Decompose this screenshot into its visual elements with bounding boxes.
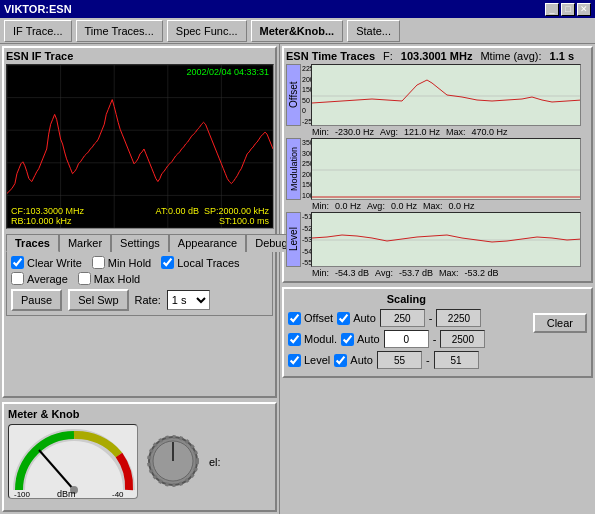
freq-label: F:	[383, 50, 393, 62]
meter-knob-button[interactable]: Meter&Knob...	[251, 20, 344, 42]
trace-svg	[7, 65, 273, 228]
scaling-level-auto-input[interactable]	[334, 354, 347, 367]
el-label: el:	[209, 456, 221, 468]
scaling-level-input[interactable]	[288, 354, 301, 367]
app-title: VIKTOR:ESN	[4, 3, 72, 15]
level-avg-label: Avg:	[375, 268, 393, 278]
knob-svg	[146, 434, 201, 489]
level-avg-value: -53.7 dB	[399, 268, 433, 278]
tab-content-traces: Clear Write Min Hold Local Traces Averag…	[6, 251, 273, 316]
max-hold-checkbox[interactable]: Max Hold	[78, 272, 140, 285]
sel-swp-button[interactable]: Sel Swp	[68, 289, 128, 311]
left-panel: ESN IF Trace 2002/02/04 04:33:31 CF:103.…	[0, 44, 280, 514]
minimize-button[interactable]: _	[545, 3, 559, 16]
trace-canvas: 2002/02/04 04:33:31 CF:103.3000 MHz RB:1…	[6, 64, 274, 229]
if-trace-section: ESN IF Trace 2002/02/04 04:33:31 CF:103.…	[2, 46, 277, 398]
scaling-offset-val1[interactable]	[380, 309, 425, 327]
clear-button[interactable]: Clear	[533, 313, 587, 333]
knob-container[interactable]	[146, 434, 201, 489]
scaling-level-val2[interactable]	[434, 351, 479, 369]
modulation-max-label: Max:	[423, 201, 443, 211]
scaling-modul-input[interactable]	[288, 333, 301, 346]
svg-text:-100: -100	[14, 490, 31, 499]
checkbox-row-2: Average Max Hold	[11, 272, 268, 285]
offset-label: Offset	[286, 64, 301, 126]
close-button[interactable]: ✕	[577, 3, 591, 16]
level-label: Level	[286, 212, 301, 267]
scaling-offset-input[interactable]	[288, 312, 301, 325]
scaling-level-checkbox[interactable]: Level	[288, 354, 330, 367]
if-trace-title: ESN IF Trace	[6, 50, 273, 62]
meter-gauge: -100 -40 dBm	[8, 424, 138, 499]
modulation-chart-wrapper: Modulation 350300250200150100	[286, 138, 589, 200]
rate-select[interactable]: 1 s 2 s 5 s 10 s	[167, 290, 210, 310]
svg-text:dBm: dBm	[57, 489, 76, 499]
average-input[interactable]	[11, 272, 24, 285]
offset-max-value: 470.0 Hz	[471, 127, 507, 137]
scaling-offset-auto-input[interactable]	[337, 312, 350, 325]
local-traces-checkbox[interactable]: Local Traces	[161, 256, 239, 269]
spec-func-button[interactable]: Spec Func...	[167, 20, 247, 42]
controls-row: Pause Sel Swp Rate: 1 s 2 s 5 s 10 s	[11, 289, 268, 311]
modulation-min-value: 0.0 Hz	[335, 201, 361, 211]
tab-settings[interactable]: Settings	[111, 234, 169, 252]
min-hold-checkbox[interactable]: Min Hold	[92, 256, 151, 269]
scaling-modul-val2[interactable]	[440, 330, 485, 348]
scaling-offset-checkbox[interactable]: Offset	[288, 312, 333, 325]
tab-traces[interactable]: Traces	[6, 234, 59, 252]
el-label-area: el:	[209, 456, 221, 468]
scaling-row-modul: Modul. Auto -	[288, 330, 525, 348]
time-traces-title: ESN Time Traces	[286, 50, 375, 62]
right-panel: ESN Time Traces F: 103.3001 MHz Mtime (a…	[280, 44, 595, 514]
max-hold-input[interactable]	[78, 272, 91, 285]
freq-value: 103.3001 MHz	[401, 50, 473, 62]
average-checkbox[interactable]: Average	[11, 272, 68, 285]
modulation-min-label: Min:	[312, 201, 329, 211]
level-chart-wrapper: Level -51-52-53-54-55	[286, 212, 589, 267]
if-trace-button[interactable]: IF Trace...	[4, 20, 72, 42]
gauge-svg: -100 -40 dBm	[9, 425, 138, 499]
modulation-avg-label: Avg:	[367, 201, 385, 211]
modulation-chart	[311, 138, 581, 200]
trace-timestamp: 2002/02/04 04:33:31	[186, 67, 269, 77]
clear-write-checkbox[interactable]: Clear Write	[11, 256, 82, 269]
scaling-level-val1[interactable]	[377, 351, 422, 369]
time-traces-section: ESN Time Traces F: 103.3001 MHz Mtime (a…	[282, 46, 593, 283]
clear-write-input[interactable]	[11, 256, 24, 269]
meter-knob-title: Meter & Knob	[8, 408, 271, 420]
meter-content: -100 -40 dBm	[8, 424, 271, 499]
mtime-label: Mtime (avg):	[480, 50, 541, 62]
trace-cf-rb: CF:103.3000 MHz RB:10.000 kHz	[11, 206, 84, 226]
clear-btn-area: Clear	[525, 293, 587, 333]
offset-chart	[311, 64, 581, 126]
meter-knob-section: Meter & Knob -100	[2, 402, 277, 512]
scaling-modul-auto-input[interactable]	[341, 333, 354, 346]
menu-bar: IF Trace... Time Traces... Spec Func... …	[0, 18, 595, 44]
modulation-svg	[312, 139, 581, 200]
time-traces-button[interactable]: Time Traces...	[76, 20, 163, 42]
mtime-value: 1.1 s	[550, 50, 574, 62]
min-hold-input[interactable]	[92, 256, 105, 269]
level-chart	[311, 212, 581, 267]
tab-appearance[interactable]: Appearance	[169, 234, 246, 252]
scaling-offset-val2[interactable]	[436, 309, 481, 327]
state-button[interactable]: State...	[347, 20, 400, 42]
main-content: ESN IF Trace 2002/02/04 04:33:31 CF:103.…	[0, 44, 595, 514]
local-traces-input[interactable]	[161, 256, 174, 269]
maximize-button[interactable]: □	[561, 3, 575, 16]
dash-sep-3: -	[426, 354, 430, 366]
scaling-level-auto[interactable]: Auto	[334, 354, 373, 367]
scaling-rows-container: Scaling Offset Auto -	[288, 293, 525, 372]
window-controls: _ □ ✕	[545, 3, 591, 16]
scaling-row-level: Level Auto -	[288, 351, 525, 369]
scaling-modul-val1[interactable]	[384, 330, 429, 348]
time-traces-header: ESN Time Traces F: 103.3001 MHz Mtime (a…	[286, 50, 589, 62]
svg-line-12	[39, 450, 74, 490]
checkbox-row-1: Clear Write Min Hold Local Traces	[11, 256, 268, 269]
scaling-modul-checkbox[interactable]: Modul.	[288, 333, 337, 346]
pause-button[interactable]: Pause	[11, 289, 62, 311]
scaling-title: Scaling	[288, 293, 525, 305]
scaling-offset-auto[interactable]: Auto	[337, 312, 376, 325]
scaling-modul-auto[interactable]: Auto	[341, 333, 380, 346]
tab-marker[interactable]: Marker	[59, 234, 111, 252]
